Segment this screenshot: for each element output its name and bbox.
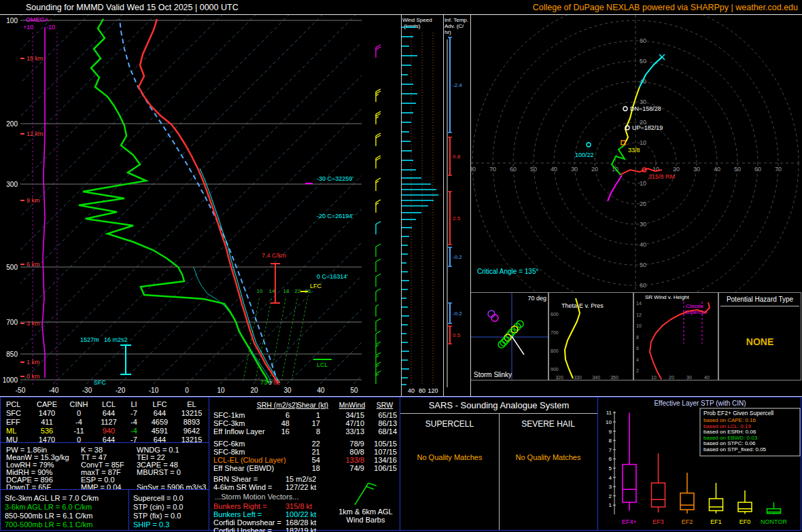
hodo-marker bbox=[623, 107, 627, 111]
composite-index-value: SHIP = 0.3 bbox=[133, 520, 169, 529]
sr-wind-panel: SR Wind v. Height141210864210203040Class… bbox=[633, 292, 718, 380]
skewt-annotation: -20 C=26194' bbox=[317, 213, 353, 219]
stp-legend-row: based on STP_fixed: 0.05 bbox=[703, 446, 767, 453]
parcel-cell: 940 bbox=[94, 427, 123, 435]
wind-barb bbox=[376, 221, 381, 234]
temp-axis-label: -30 bbox=[82, 387, 92, 394]
stp-ytick: 6 bbox=[609, 456, 612, 462]
slinky-ring bbox=[500, 339, 507, 346]
wind-speed-units: (knots) bbox=[404, 23, 421, 29]
storm-motion-header: ...Storm Motion Vectors... bbox=[215, 493, 299, 501]
skewt-annotation: 73 bbox=[260, 379, 267, 386]
wind-barb bbox=[376, 89, 381, 102]
mixing-ratio-line bbox=[256, 296, 272, 380]
kin-value: 86/13 bbox=[356, 419, 397, 427]
hodo-axis-label: 50 bbox=[640, 58, 646, 65]
mixing-ratio-label: 22 bbox=[295, 288, 301, 294]
sr-wind-xtick: 20 bbox=[669, 375, 674, 380]
kin-row-label: SFC-6km bbox=[213, 440, 245, 448]
parcel-row: SFC14700644-764413215 bbox=[2, 409, 209, 417]
hazard-title: Potential Hazard Type bbox=[720, 296, 799, 306]
storm-motion-label: Corfidi Upshear = bbox=[213, 527, 272, 532]
hazard-panel: Potential Hazard Type NONE bbox=[718, 292, 801, 380]
wind-barb bbox=[376, 45, 381, 58]
hodo-axis-label: 70 bbox=[489, 166, 496, 173]
hodo-marker bbox=[587, 143, 591, 147]
parcel-header: CINH bbox=[63, 400, 94, 408]
height-label: 3 km bbox=[27, 320, 40, 327]
temp-axis-label: -50 bbox=[16, 387, 26, 394]
parcel-cell: -4 bbox=[123, 418, 145, 426]
stp-legend-title: Prob EF2+ Given Supercell bbox=[703, 410, 773, 416]
wind-barb bbox=[376, 305, 379, 317]
sars-hail-header: SEVERE HAIL bbox=[499, 419, 597, 429]
stp-ytick: 11 bbox=[606, 410, 612, 416]
temp-axis-label: 0 bbox=[185, 387, 189, 394]
temp-advection-panel: Inf. Temp.Adv. (C/hr)-2.40.82.5-0.2-0.20… bbox=[443, 15, 470, 396]
parcel-header: LCL bbox=[94, 400, 123, 408]
sr-wind-xtick: 10 bbox=[651, 375, 657, 380]
stp-ytick: 3 bbox=[609, 484, 612, 490]
kin-row-label: LCL-EL (Cloud Layer) bbox=[213, 456, 286, 464]
temp-axis-label: 50 bbox=[350, 387, 358, 394]
composite-indices: Supercell = 0.0STP (cin) = 0.0STP (fix) … bbox=[128, 489, 209, 531]
hodo-axis-label: 30 bbox=[640, 221, 646, 228]
hodo-axis-label: 50 bbox=[734, 166, 741, 173]
advection-value: -2.4 bbox=[453, 82, 462, 88]
height-label: 12 km bbox=[27, 130, 43, 137]
storm-motion-label: Bunkers Left = bbox=[213, 510, 262, 518]
theta-e-xtick: 350 bbox=[610, 375, 618, 380]
skewt-annotation: 82 bbox=[273, 379, 280, 386]
kin-row-label: SFC-3km bbox=[213, 419, 245, 427]
parcel-cell: SFC bbox=[2, 409, 31, 417]
hodo-axis-label: 60 bbox=[640, 37, 646, 44]
kin-value: 17 bbox=[279, 419, 320, 427]
stp-category-label: EF2 bbox=[682, 518, 693, 525]
omega-plus-label: +10 bbox=[23, 24, 33, 31]
wind-speed-title: Wind Speed bbox=[402, 17, 432, 23]
hodo-axis-label: 40 bbox=[551, 166, 557, 173]
composite-index-value: Supercell = 0.0 bbox=[133, 494, 184, 502]
temp-axis-label: 30 bbox=[283, 387, 292, 394]
storm-motion-value: 315/8 kt bbox=[285, 502, 312, 510]
height-label: 1 km bbox=[27, 359, 40, 366]
wind-barb bbox=[376, 178, 381, 191]
parcel-cell: 644 bbox=[145, 409, 175, 417]
advection-value: 0.8 bbox=[453, 154, 461, 160]
kin-header: Shear (kt) bbox=[297, 401, 328, 409]
pressure-label: 100 bbox=[6, 17, 18, 24]
slinky-angle: 70 deg bbox=[527, 295, 546, 302]
wind-barb bbox=[376, 274, 381, 287]
wind-barb bbox=[376, 244, 381, 257]
hodo-marker-label: UP=182/19 bbox=[632, 124, 663, 131]
hodo-trace-magenta bbox=[608, 175, 622, 201]
parcel-cell: -4 bbox=[63, 418, 94, 426]
temp-axis-label: 20 bbox=[250, 387, 258, 394]
kin-header: SRW bbox=[377, 401, 393, 409]
parcel-cell: 536 bbox=[31, 427, 63, 435]
dewpoint-trace bbox=[79, 19, 268, 383]
wind-barb-icon bbox=[345, 478, 386, 508]
pressure-label: 1000 bbox=[3, 376, 18, 384]
stp-category-label: NONTOR bbox=[761, 518, 787, 525]
composite-index-value: STP (cin) = 0.0 bbox=[133, 503, 183, 511]
skewt-annotation: -30 C=32259' bbox=[317, 175, 353, 182]
stp-category-label: EF4+ bbox=[622, 518, 637, 525]
parcel-cell: 4591 bbox=[145, 427, 175, 435]
parcel-cell: 1470 bbox=[31, 409, 63, 417]
temp-adv-title: hr) bbox=[444, 29, 451, 35]
sars-supercell-header: SUPERCELL bbox=[400, 419, 499, 429]
stp-box bbox=[623, 465, 636, 503]
mixing-ratio-line bbox=[292, 296, 308, 380]
storm-motion-value: 182/19 kt bbox=[285, 527, 316, 532]
theta-e-panel: Theta-E v. Pres600700800900320330340350 bbox=[548, 292, 633, 380]
hodo-axis-label: 50 bbox=[530, 166, 537, 173]
parcel-cell: -7 bbox=[123, 409, 145, 417]
wind-barb bbox=[376, 111, 381, 124]
parcel-cell: 13215 bbox=[175, 409, 209, 417]
temp-adv-title: Adv. (C/ bbox=[444, 23, 464, 29]
parcel-cell: 8893 bbox=[175, 418, 209, 426]
parcel-row: ML536-11940-445919642 bbox=[2, 427, 209, 435]
sars-supercell-status: No Quality Matches bbox=[400, 453, 499, 461]
kin-value: 65/15 bbox=[356, 411, 397, 419]
